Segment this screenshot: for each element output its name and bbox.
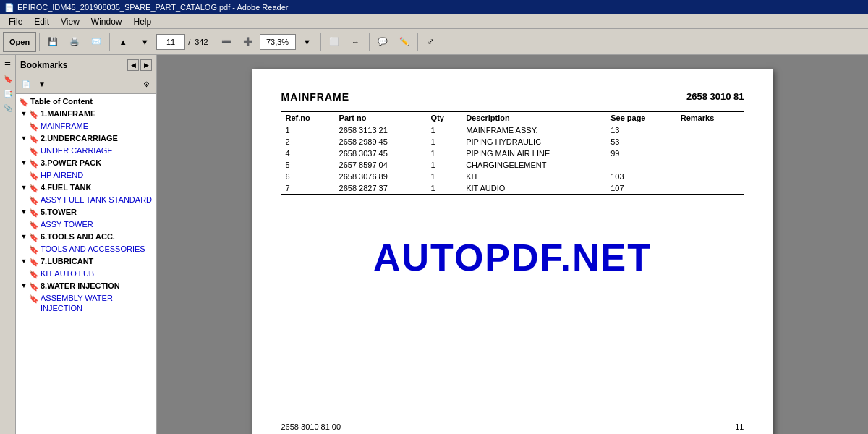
bookmark-under-carriage[interactable]: 🔖 UNDER CARRIAGE: [16, 145, 156, 157]
table-row: 72658 2827 371KIT AUDIO107: [281, 182, 744, 195]
bookmark-mainframe-child[interactable]: 🔖 MAINFRAME: [16, 120, 156, 132]
cell-remarks: [676, 124, 744, 137]
fueltank-toggle[interactable]: ▼: [19, 183, 29, 193]
app-icon: 📄: [4, 3, 14, 12]
sidebar-collapse-button[interactable]: ◀: [127, 59, 139, 71]
print-button[interactable]: 🖨️: [64, 32, 85, 52]
bookmark-water-inj[interactable]: ▼ 🔖 8.WATER INJECTION: [16, 280, 156, 292]
cell-description: PIPING MAIN AIR LINE: [461, 148, 606, 159]
bookmark-toc[interactable]: 🔖 Table of Content: [16, 95, 156, 108]
page-number-input[interactable]: [156, 34, 185, 50]
zoom-dropdown-button[interactable]: ▼: [297, 32, 318, 52]
hp-airend-label: HP AIREND: [41, 170, 156, 180]
col-seepage: See page: [606, 112, 676, 124]
comment-button[interactable]: 💬: [373, 32, 393, 52]
layers-icon[interactable]: 📑: [1, 87, 14, 100]
sidebar-tool-2[interactable]: ▼: [35, 77, 49, 92]
bookmark-hp-airend[interactable]: 🔖 HP AIREND: [16, 169, 156, 182]
cell-description: PIPING HYDRAULIC: [461, 136, 606, 148]
zoom-input[interactable]: [260, 34, 296, 50]
attach-icon[interactable]: 📎: [1, 101, 14, 114]
kit-auto-label: KIT AUTO LUB: [41, 268, 156, 278]
tools-toggle[interactable]: ▼: [19, 232, 29, 242]
main-area: ☰ 🔖 📑 📎 Bookmarks ◀ ▶ 📄 ▼ ⚙ 🔖 Table of C…: [0, 55, 868, 434]
bookmark-fueltank[interactable]: ▼ 🔖 4.FUEL TANK: [16, 182, 156, 194]
bookmark-undercarriage[interactable]: ▼ 🔖 2.UNDERCARRIAGE: [16, 132, 156, 145]
col-partno: Part no: [335, 112, 427, 124]
cell-partno: 2657 8597 04: [335, 159, 427, 171]
cell-seepage: 103: [606, 171, 676, 182]
bookmark-tree[interactable]: 🔖 Table of Content ▼ 🔖 1.MAINFRAME 🔖 MAI…: [16, 94, 156, 434]
tower-label: 5.TOWER: [41, 207, 156, 217]
undercarriage-toggle[interactable]: ▼: [19, 134, 29, 144]
mainframe-toggle[interactable]: ▼: [19, 109, 29, 119]
table-header-row: Ref.no Part no Qty Description See page …: [281, 112, 744, 124]
mainframe-icon: 🔖: [29, 109, 39, 119]
menu-file[interactable]: File: [3, 15, 28, 28]
assy-tower-icon: 🔖: [29, 220, 39, 230]
markup-button[interactable]: ✏️: [394, 32, 414, 52]
water-inj-label: 8.WATER INJECTION: [41, 281, 156, 291]
cell-remarks: [676, 148, 744, 159]
cell-qty: 1: [427, 136, 462, 148]
cell-description: KIT: [461, 171, 606, 182]
sidebar-options-button[interactable]: ▶: [140, 59, 152, 71]
toolbar-sep-1: [39, 33, 40, 51]
bookmark-powerpack[interactable]: ▼ 🔖 3.POWER PACK: [16, 157, 156, 169]
bookmark-tower[interactable]: ▼ 🔖 5.TOWER: [16, 206, 156, 218]
assy-fuel-label: ASSY FUEL TANK STANDARD: [41, 195, 156, 205]
bookmark-assy-water[interactable]: 🔖 ASSEMBLY WATER INJECTION: [16, 292, 156, 315]
mainframe-child-icon: 🔖: [29, 122, 39, 132]
prev-page-button[interactable]: ▲: [113, 32, 133, 52]
mainframe-label: 1.MAINFRAME: [41, 109, 156, 119]
sidebar-settings-button[interactable]: ⚙: [139, 77, 153, 92]
cell-refno: 5: [281, 159, 335, 171]
menu-window[interactable]: Window: [85, 15, 128, 28]
col-description: Description: [461, 112, 606, 124]
email-button[interactable]: ✉️: [86, 32, 106, 52]
under-carriage-icon: 🔖: [29, 146, 39, 156]
bookmarks-icon[interactable]: 🔖: [1, 72, 14, 85]
bookmark-assy-fuel[interactable]: 🔖 ASSY FUEL TANK STANDARD: [16, 194, 156, 206]
fueltank-icon: 🔖: [29, 183, 39, 193]
bookmark-tools[interactable]: ▼ 🔖 6.TOOLS AND ACC.: [16, 231, 156, 243]
powerpack-toggle[interactable]: ▼: [19, 158, 29, 169]
hand-tool-icon[interactable]: ☰: [1, 58, 14, 71]
table-row: 42658 3037 451PIPING MAIN AIR LINE99: [281, 148, 744, 159]
cell-qty: 1: [427, 171, 462, 182]
fullscreen-button[interactable]: ⤢: [421, 32, 441, 52]
menu-edit[interactable]: Edit: [28, 15, 55, 28]
sidebar-tool-1[interactable]: 📄: [19, 77, 33, 92]
fit-page-button[interactable]: ⬜: [324, 32, 344, 52]
under-carriage-label: UNDER CARRIAGE: [41, 145, 156, 156]
tower-toggle[interactable]: ▼: [19, 208, 29, 218]
bookmark-assy-tower[interactable]: 🔖 ASSY TOWER: [16, 218, 156, 231]
toolbar-sep-3: [213, 33, 213, 51]
bookmark-tools-acc[interactable]: 🔖 TOOLS AND ACCESSORIES: [16, 243, 156, 255]
zoom-out-button[interactable]: ➖: [216, 32, 237, 52]
menu-help[interactable]: Help: [128, 15, 158, 28]
open-button[interactable]: Open: [3, 32, 36, 52]
bookmark-kit-auto[interactable]: 🔖 KIT AUTO LUB: [16, 268, 156, 280]
next-page-button[interactable]: ▼: [135, 32, 155, 52]
lubricant-icon: 🔖: [29, 257, 39, 267]
water-inj-toggle[interactable]: ▼: [19, 281, 29, 292]
cell-partno: 2658 2827 37: [335, 182, 427, 195]
bookmark-lubricant[interactable]: ▼ 🔖 7.LUBRICANT: [16, 255, 156, 268]
save-button[interactable]: 💾: [43, 32, 63, 52]
toolbar-sep-4: [320, 33, 321, 51]
content-area[interactable]: MAINFRAME 2658 3010 81 Ref.no Part no Qt…: [157, 55, 868, 434]
bookmark-mainframe[interactable]: ▼ 🔖 1.MAINFRAME: [16, 108, 156, 120]
page-code: 2658 3010 81: [686, 91, 744, 102]
menu-bar: File Edit View Window Help: [0, 14, 868, 29]
powerpack-label: 3.POWER PACK: [41, 158, 156, 168]
tools-label: 6.TOOLS AND ACC.: [41, 231, 156, 242]
toolbar-sep-6: [417, 33, 418, 51]
left-icons-panel: ☰ 🔖 📑 📎: [0, 55, 16, 434]
cell-seepage: 99: [606, 148, 676, 159]
menu-view[interactable]: View: [55, 15, 85, 28]
lubricant-toggle[interactable]: ▼: [19, 257, 29, 267]
undercarriage-icon: 🔖: [29, 134, 39, 144]
zoom-in-button[interactable]: ➕: [238, 32, 258, 52]
fit-width-button[interactable]: ↔️: [346, 32, 366, 52]
